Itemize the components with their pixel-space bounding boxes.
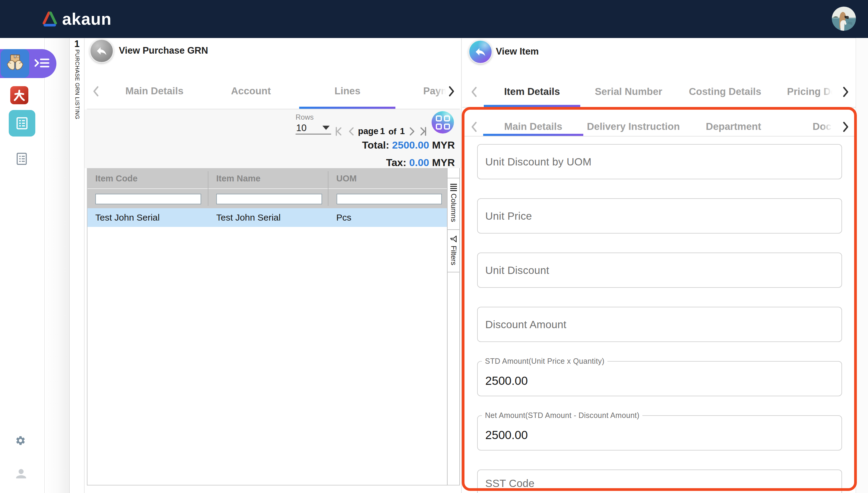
rows-per-page-label: Rows <box>295 113 314 122</box>
field-discount-amount[interactable]: Discount Amount <box>477 307 842 342</box>
da-glyph-icon <box>12 88 26 102</box>
layout-grid-button[interactable] <box>432 111 454 133</box>
back-button[interactable] <box>89 39 114 63</box>
tab-lines[interactable]: Lines <box>299 85 396 97</box>
columns-side-tab[interactable]: Columns <box>448 178 459 230</box>
scrollbar-track[interactable] <box>856 38 868 493</box>
page-title: View Purchase GRN <box>119 45 208 56</box>
document-list-icon <box>15 116 29 130</box>
tabs-scroll-right-icon[interactable] <box>841 122 850 132</box>
brand-name: akaun <box>62 9 111 29</box>
listing-tab-label: PURCHASE GRN LISTING <box>74 49 80 119</box>
sidebar-item-da[interactable] <box>10 86 28 104</box>
active-subtab-indicator <box>483 134 583 136</box>
column-divider <box>208 171 208 206</box>
document-outline-icon <box>16 152 28 166</box>
header-divider <box>0 38 868 38</box>
tabs-scroll-left-icon[interactable] <box>470 122 479 132</box>
dropdown-caret-icon[interactable] <box>323 126 330 130</box>
tax-amount: Tax: 0.00 MYR <box>386 157 455 168</box>
field-unit-discount[interactable]: Unit Discount <box>477 253 842 288</box>
field-net-amount[interactable]: Net Amount(STD Amount - Discount Amount)… <box>477 415 842 451</box>
table-row[interactable]: Test John Serial Test John Serial Pcs <box>87 208 447 227</box>
user-avatar[interactable] <box>832 7 856 31</box>
sidebar-item-inventory[interactable] <box>1 49 29 78</box>
table-filter-row <box>87 188 447 208</box>
reply-arrow-icon <box>95 45 108 57</box>
tab-costing-details[interactable]: Costing Details <box>677 86 773 97</box>
subtab-delivery-instruction[interactable]: Delivery Instruction <box>583 121 683 132</box>
open-listing-rail[interactable]: 1 PURCHASE GRN LISTING <box>70 38 84 493</box>
prev-page-icon[interactable] <box>347 127 356 136</box>
pager-total-pages: 1 <box>400 126 405 136</box>
tab-account[interactable]: Account <box>203 85 299 97</box>
columns-tab-label: Columns <box>449 193 458 222</box>
item-tab-bar: Item Details Serial Number Costing Detai… <box>462 82 868 108</box>
subtab-department[interactable]: Department <box>683 121 784 132</box>
filter-input-item-name[interactable] <box>216 194 322 204</box>
akaun-triangle-icon <box>42 12 58 26</box>
last-page-icon[interactable] <box>419 127 428 136</box>
active-tab-indicator <box>484 105 580 107</box>
account-person-icon[interactable] <box>15 467 28 481</box>
column-divider <box>328 171 328 206</box>
column-header-uom[interactable]: UOM <box>328 169 447 188</box>
purchase-grn-panel: View Purchase GRN Main Details Account L… <box>84 38 461 493</box>
table-toolbar: Rows 10 page 1 of 1 Total: 2500.00 MYR T… <box>84 109 461 168</box>
apps-grid-icon <box>436 115 450 130</box>
next-page-icon[interactable] <box>407 127 416 136</box>
column-header-item-name[interactable]: Item Name <box>208 169 328 188</box>
funnel-icon <box>449 235 458 243</box>
tab-item-details[interactable]: Item Details <box>484 86 580 97</box>
listing-tab-badge: 1 <box>70 39 84 49</box>
cell-item-code: Test John Serial <box>87 208 208 227</box>
filters-side-tab[interactable]: Filters <box>448 230 459 273</box>
field-unit-price[interactable]: Unit Price <box>477 198 842 234</box>
column-header-item-code[interactable]: Item Code <box>87 169 208 188</box>
item-sub-tab-bar: Main Details Delivery Instruction Depart… <box>462 110 868 136</box>
pager-current-page: 1 <box>380 126 385 136</box>
panel-bottom-border <box>87 485 460 486</box>
table-header-row: Item Code Item Name UOM <box>87 169 447 188</box>
table-side-tabs: Columns Filters <box>447 168 460 485</box>
grn-lines-table: Item Code Item Name UOM Test John Serial… <box>87 168 447 485</box>
reply-arrow-icon <box>474 45 487 58</box>
total-amount: Total: 2500.00 MYR <box>362 139 455 151</box>
filter-input-uom[interactable] <box>336 194 442 204</box>
back-button[interactable] <box>468 40 493 64</box>
grn-tab-bar: Main Details Account Lines Payment <box>87 79 460 109</box>
hands-box-icon <box>5 53 25 74</box>
tabs-scroll-left-icon[interactable] <box>470 86 479 97</box>
tab-main-details[interactable]: Main Details <box>106 85 203 97</box>
expand-menu-icon[interactable] <box>34 57 50 70</box>
tab-serial-number[interactable]: Serial Number <box>580 86 677 97</box>
field-sst-code[interactable]: SST Code <box>477 470 842 493</box>
pager-page-word: page <box>358 126 378 136</box>
tabs-scroll-left-icon[interactable] <box>91 86 100 97</box>
first-page-icon[interactable] <box>334 127 343 136</box>
cell-item-name: Test John Serial <box>208 208 328 227</box>
field-unit-discount-by-uom[interactable]: Unit Discount by UOM <box>477 144 842 179</box>
cell-uom: Pcs <box>328 208 447 227</box>
select-underline <box>295 134 331 134</box>
akaun-logo: akaun <box>42 9 111 29</box>
sidebar-item-document[interactable] <box>16 152 28 167</box>
active-tab-indicator <box>299 107 395 109</box>
view-item-panel: View Item Item Details Serial Number Cos… <box>461 38 868 493</box>
sidebar-item-listing[interactable] <box>9 110 35 136</box>
rows-per-page-select[interactable]: 10 <box>296 123 306 133</box>
field-std-amount[interactable]: STD Amount(Unit Price x Quantity) 2500.0… <box>477 361 842 396</box>
columns-icon <box>450 184 457 191</box>
pager-of-word: of <box>389 127 396 136</box>
subtab-main-details[interactable]: Main Details <box>483 121 583 132</box>
side-strip-spacer <box>448 168 459 178</box>
tabs-scroll-right-icon[interactable] <box>447 86 456 97</box>
app-header: akaun <box>0 0 868 38</box>
app-sidebar <box>0 38 45 493</box>
settings-gear-icon[interactable] <box>15 435 26 447</box>
page-title: View Item <box>496 46 539 57</box>
filters-tab-label: Filters <box>449 245 458 265</box>
collapsed-menu-rail <box>45 38 70 493</box>
tabs-scroll-right-icon[interactable] <box>841 86 850 97</box>
filter-input-item-code[interactable] <box>95 194 201 204</box>
